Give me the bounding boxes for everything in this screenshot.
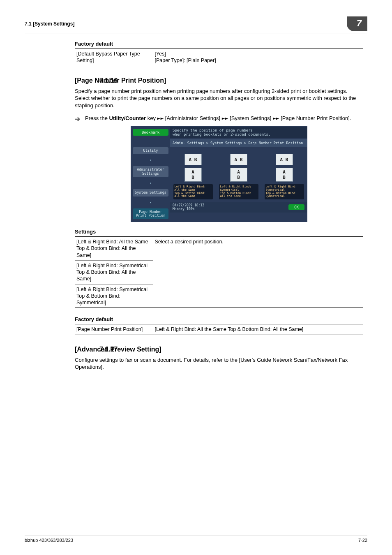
option-1-icon-top: A B bbox=[184, 154, 202, 165]
page-header: 7.1 [System Settings] 7 bbox=[25, 16, 367, 33]
nav-arrow-icon: ▾ bbox=[133, 158, 168, 162]
footer-page: 7-22 bbox=[358, 538, 367, 543]
procedure-step: ➔ Press the Utility/Counter key ►► [Admi… bbox=[75, 115, 363, 123]
option-1[interactable]: A B A B Left & Right Bind: All the Same … bbox=[173, 153, 213, 199]
table-row: [Page Number Print Position] [Left & Rig… bbox=[75, 324, 363, 335]
fd1-key: [Default Bypass Paper Type Setting] bbox=[75, 49, 153, 66]
option-3-icon-bottom: A B bbox=[276, 168, 293, 182]
factory-default-heading-2: Factory default bbox=[75, 316, 363, 322]
nav-admin-settings[interactable]: Administrator Settings bbox=[133, 166, 168, 177]
section-16-paragraph: Specify a page number print position whe… bbox=[75, 88, 363, 109]
arrow-right-icon: ➔ bbox=[75, 115, 80, 123]
procedure-step-text: Press the Utility/Counter key ►► [Admini… bbox=[85, 115, 363, 122]
table-row: [Default Bypass Paper Type Setting] [Yes… bbox=[75, 49, 363, 66]
option-1-icon-bottom: A B bbox=[184, 168, 202, 182]
nav-page-number-print-position[interactable]: Page Number Print Position bbox=[133, 208, 168, 220]
ui-datetime: 04/27/2009 18:12 bbox=[173, 204, 204, 207]
section-title-17: [Advanced Preview Setting] bbox=[75, 346, 363, 353]
nav-arrow-icon: ▾ bbox=[133, 181, 168, 185]
settings-row-2: [Left & Right Bind: Symmetrical Top & Bo… bbox=[75, 260, 153, 284]
fd2-key: [Page Number Print Position] bbox=[75, 324, 153, 335]
chapter-badge: 7 bbox=[347, 16, 367, 31]
ui-status-bar: 04/27/2009 18:12 Memory 100% OK bbox=[170, 202, 307, 213]
factory-default-table-2: [Page Number Print Position] [Left & Rig… bbox=[75, 324, 363, 335]
ui-memory: Memory 100% bbox=[173, 207, 204, 211]
settings-row-1: [Left & Right Bind: All the Same Top & B… bbox=[75, 237, 153, 261]
option-1-label: Left & Right Bind: All the Same Top & Bo… bbox=[173, 184, 213, 199]
page-footer: bizhub 423/363/283/223 7-22 bbox=[25, 536, 367, 543]
bookmark-tab[interactable]: Bookmark bbox=[133, 129, 168, 136]
settings-heading: Settings bbox=[75, 229, 363, 235]
header-section-label: 7.1 [System Settings] bbox=[25, 21, 74, 27]
section-17-paragraph: Configure settings to fax or scan a docu… bbox=[75, 356, 363, 371]
settings-row-3: [Left & Right Bind: Symmetrical Top & Bo… bbox=[75, 284, 153, 308]
section-number-17: 7.1.17 bbox=[99, 346, 118, 353]
factory-default-table-1: [Default Bypass Paper Type Setting] [Yes… bbox=[75, 49, 363, 66]
option-3[interactable]: A B A B Left & Right Bind: Symmetrical T… bbox=[265, 153, 304, 199]
option-3-label: Left & Right Bind: Symmetrical Top & Bot… bbox=[265, 184, 304, 199]
device-ui-screenshot: Bookmark Utility ▾ Administrator Setting… bbox=[131, 126, 307, 222]
option-2-icon-bottom: A B bbox=[230, 168, 247, 182]
option-2[interactable]: A B A B Left & Right Bind: Symmetrical T… bbox=[219, 153, 258, 199]
option-3-icon-top: A B bbox=[276, 154, 293, 165]
table-row: [Left & Right Bind: All the Same Top & B… bbox=[75, 237, 363, 261]
option-2-icon-top: A B bbox=[230, 154, 247, 165]
option-2-label: Left & Right Bind: Symmetrical Top & Bot… bbox=[219, 184, 258, 199]
fd2-val: [Left & Right Bind: All the Same Top & B… bbox=[153, 324, 363, 335]
nav-system-settings[interactable]: System Settings bbox=[133, 189, 168, 196]
ui-breadcrumb: Admin. Settings > System Settings > Page… bbox=[170, 139, 307, 147]
section-title-16: [Page Number Print Position] bbox=[75, 77, 363, 84]
settings-desc: Select a desired print position. bbox=[153, 237, 363, 308]
factory-default-heading-1: Factory default bbox=[75, 41, 363, 47]
ok-button[interactable]: OK bbox=[288, 204, 304, 210]
fd1-val: [Yes] [Paper Type]: [Plain Paper] bbox=[153, 49, 363, 66]
settings-table: [Left & Right Bind: All the Same Top & B… bbox=[75, 236, 363, 308]
ui-instruction: Specify the position of page numbers whe… bbox=[170, 127, 307, 138]
footer-model: bizhub 423/363/283/223 bbox=[25, 538, 73, 543]
nav-arrow-icon: ▾ bbox=[133, 201, 168, 204]
section-number-16: 7.1.16 bbox=[99, 77, 118, 84]
nav-utility[interactable]: Utility bbox=[133, 147, 168, 154]
